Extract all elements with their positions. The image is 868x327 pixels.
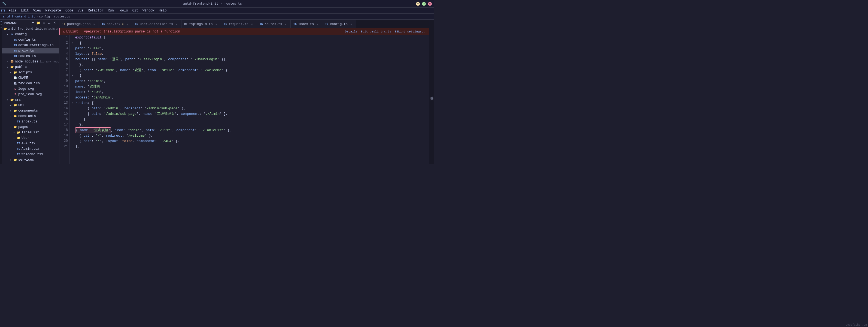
fold-arrow-13[interactable]: ▾ (72, 101, 75, 105)
tab-icon-routes.ts: TS (260, 23, 263, 26)
tree-item-Admin.tsx[interactable]: TSAdmin.tsx (2, 146, 59, 152)
tree-item-favicon.ico[interactable]: 🖼favicon.ico (2, 81, 59, 86)
tab-close-package.json[interactable]: ✕ (92, 22, 96, 26)
menu-item-refactor[interactable]: Refactor (86, 8, 106, 13)
tree-item-CNAME[interactable]: 📄CNAME (2, 75, 59, 81)
tree-item-index-constants.ts[interactable]: TSindex.ts (2, 119, 59, 125)
tree-item-node_modules[interactable]: 📦node_moduleslibrary root (2, 59, 59, 64)
error-settings-link[interactable]: ESLint settings... (395, 30, 427, 33)
maximize-button[interactable]: □ (422, 2, 426, 6)
line-number-13: 13 (61, 100, 68, 106)
tab-close-routes.ts[interactable]: ✕ (284, 22, 288, 26)
tab-index.ts[interactable]: TS index.ts ✕ (291, 20, 322, 28)
tab-close-app.tsx[interactable]: ✕ (125, 22, 129, 26)
tab-package.json[interactable]: {} package.json ✕ (59, 20, 99, 28)
tree-item-umi[interactable]: 📁umi (2, 103, 59, 108)
tabs-bar[interactable]: {} package.json ✕ TS app.tsx ● ✕ TS user… (59, 20, 429, 28)
tab-close-config.ts[interactable]: ✕ (349, 22, 353, 26)
tree-icon-public: 📂 (10, 65, 14, 69)
tree-label-proxy.ts: proxy.ts (18, 49, 34, 53)
code-content[interactable]: export default [▾ { path: '/user', layou… (70, 35, 429, 164)
tree-item-proxy.ts[interactable]: TSproxy.ts (2, 48, 59, 53)
code-line-3: path: '/user', (72, 46, 429, 51)
menu-item-edit[interactable]: Edit (19, 8, 31, 13)
tree-item-TableList[interactable]: 📁TableList (2, 130, 59, 135)
menu-item-file[interactable]: File (6, 8, 19, 13)
tree-item-ant-design-pro[interactable]: 📁ant-design-pro (2, 163, 59, 164)
tree-label-TableList: TableList (22, 131, 39, 134)
tree-arrow-empty (9, 49, 13, 53)
error-edit-link[interactable]: Edit .eslintrc.js (361, 30, 391, 33)
tree-icon-Welcome.tsx: TS (17, 152, 21, 157)
tab-icon-package.json: {} (62, 23, 65, 26)
tab-routes.ts[interactable]: TS routes.ts ✕ (257, 20, 291, 28)
tree-item-logo.svg[interactable]: Slogo.svg (2, 86, 59, 92)
minimize-button[interactable]: − (416, 2, 420, 6)
menu-item-code[interactable]: Code (63, 8, 75, 13)
error-bar-actions[interactable]: Details Edit .eslintrc.js ESLint setting… (345, 30, 427, 33)
tab-config.ts[interactable]: TS config.ts ✕ (322, 20, 356, 28)
tree-icon-src: 📂 (10, 98, 14, 102)
tab-request.ts[interactable]: TS request.ts ✕ (221, 20, 257, 28)
code-editor[interactable]: 123456789101112131415161718192021 export… (59, 35, 429, 164)
close-button[interactable]: ✕ (428, 2, 432, 6)
tree-item-root[interactable]: 📂antd-frontend-initD:\webstrom_workspace… (2, 26, 59, 32)
tree-item-config.ts[interactable]: TSconfig.ts (2, 37, 59, 43)
fold-arrow-2[interactable]: ▾ (72, 41, 75, 45)
tree-label-pages: pages (18, 125, 28, 129)
sidebar-action-icons[interactable]: + 📁 ≡ … × (31, 21, 57, 25)
tree-item-User[interactable]: 📁User (2, 135, 59, 141)
tree-item-404.tsx[interactable]: TS404.tsx (2, 141, 59, 146)
tab-close-typings.d.ts[interactable]: ✕ (214, 22, 218, 26)
file-tree[interactable]: 📂antd-frontend-initD:\webstrom_workspace… (2, 26, 59, 164)
tab-userController.ts[interactable]: TS userController.ts ✕ (132, 20, 181, 28)
menu-item-help[interactable]: Help (157, 8, 169, 13)
line-number-17: 17 (61, 122, 68, 128)
tree-item-Welcome.tsx[interactable]: TSWelcome.tsx (2, 152, 59, 157)
sidebar-collapse-icon[interactable]: ≡ (42, 21, 46, 25)
menu-item-vue[interactable]: Vue (75, 8, 86, 13)
tree-item-config[interactable]: ⚙config (2, 32, 59, 37)
code-line-20: { path: '*', layout: false, component: '… (72, 139, 429, 144)
error-details-link[interactable]: Details (345, 30, 358, 33)
sidebar-more-icon[interactable]: … (47, 21, 52, 25)
window-controls[interactable]: − □ ✕ (416, 2, 432, 6)
menu-item-navigate[interactable]: Navigate (43, 8, 63, 13)
tab-close-userController.ts[interactable]: ✕ (175, 22, 179, 26)
tree-item-src[interactable]: 📂src (2, 97, 59, 103)
tree-item-pro_icon.svg[interactable]: Spro_icon.svg (2, 92, 59, 97)
menu-item-view[interactable]: View (31, 8, 43, 13)
menu-item-tools[interactable]: Tools (116, 8, 130, 13)
menu-item-window[interactable]: Window (140, 8, 156, 13)
tree-arrow-empty (9, 38, 13, 42)
tab-typings.d.ts[interactable]: DT typings.d.ts ✕ (181, 20, 221, 28)
menu-item-run[interactable]: Run (106, 8, 116, 13)
activity-search-indicator (1, 27, 2, 28)
sidebar-close-icon[interactable]: × (53, 21, 57, 25)
tree-item-services[interactable]: 📁services (2, 157, 59, 163)
tab-close-request.ts[interactable]: ✕ (250, 22, 254, 26)
fold-arrow-8[interactable]: ▾ (72, 74, 75, 78)
tab-app.tsx[interactable]: TS app.tsx ● ✕ (99, 20, 132, 28)
tree-icon-User: 📁 (17, 136, 21, 140)
tree-arrow-empty (12, 152, 17, 157)
tree-item-scripts[interactable]: 📁scripts (2, 70, 59, 75)
code-line-19: { path: '/', redirect: '/welcome' }, (72, 133, 429, 139)
tree-label-scripts: scripts (18, 71, 32, 75)
tree-item-defaultSettings.ts[interactable]: TSdefaultSettings.ts (2, 43, 59, 48)
tree-icon-constants: 📂 (13, 114, 18, 118)
tree-item-pages[interactable]: 📂pages (2, 125, 59, 130)
tree-arrow-empty (9, 54, 13, 58)
tab-close-index.ts[interactable]: ✕ (315, 22, 319, 26)
sidebar-new-file-icon[interactable]: + (31, 21, 35, 25)
tree-item-public[interactable]: 📂public (2, 64, 59, 70)
sidebar-header: Project + 📁 ≡ … × (2, 20, 59, 26)
tree-item-constants[interactable]: 📂constants (2, 113, 59, 119)
tree-item-components[interactable]: 📁components (2, 108, 59, 113)
main-menu[interactable]: FileEditViewNavigateCodeVueRefactorRunTo… (6, 8, 168, 13)
line-number-3: 3 (61, 46, 68, 51)
tree-icon-favicon.ico: 🖼 (13, 81, 18, 86)
sidebar-new-folder-icon[interactable]: 📁 (36, 21, 40, 25)
menu-item-git[interactable]: Git (130, 8, 141, 13)
tree-item-routes.ts[interactable]: TSroutes.ts (2, 53, 59, 59)
